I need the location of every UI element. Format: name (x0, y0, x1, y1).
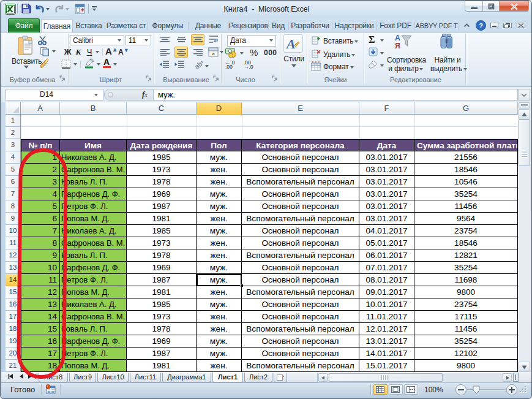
svg-text:a: a (212, 51, 215, 56)
svg-text:→.0: →.0 (244, 64, 253, 69)
svg-text:?: ? (479, 22, 483, 29)
svg-text:.00: .00 (225, 64, 233, 69)
svg-text:Я: Я (395, 42, 400, 50)
svg-text:A: A (286, 36, 296, 51)
svg-text:А: А (395, 34, 400, 42)
